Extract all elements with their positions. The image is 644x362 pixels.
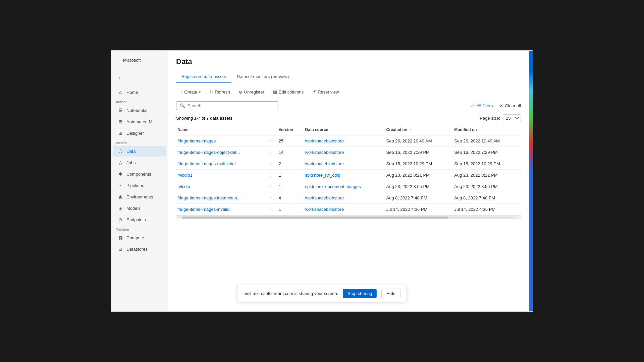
scroll-left-arrow[interactable]: ‹ — [177, 216, 181, 219]
cell-star[interactable]: ☆ — [267, 135, 277, 147]
cell-name[interactable]: fridge-items-images — [176, 135, 267, 147]
close-icon: ✕ — [499, 103, 503, 108]
cell-modified-on: Sep 26, 2022 10:49 AM — [453, 135, 521, 147]
sidebar-item-components[interactable]: ❖ Components — [113, 169, 166, 179]
models-label: Models — [126, 206, 141, 211]
cell-star[interactable]: ☆ — [267, 170, 277, 181]
tab-dataset-monitors[interactable]: Dataset monitors (preview) — [231, 71, 294, 83]
cell-datasource[interactable]: spldstore_rvl_cdip — [304, 170, 385, 181]
cell-star[interactable]: ☆ — [267, 181, 277, 192]
search-input-wrapper[interactable]: 🔍 — [176, 101, 278, 110]
edit-columns-button[interactable]: ▦ Edit columns — [269, 87, 307, 97]
star-icon[interactable]: ☆ — [269, 138, 273, 143]
refresh-button[interactable]: ↻ Refresh — [206, 87, 234, 97]
star-icon[interactable]: ☆ — [269, 207, 273, 212]
back-icon[interactable]: ← — [116, 57, 120, 63]
jobs-label: Jobs — [126, 160, 136, 165]
scroll-right-arrow[interactable]: › — [516, 216, 520, 219]
cell-created-on: Sep 26, 2022 10:49 AM — [385, 135, 453, 147]
cell-name[interactable]: rvlcdip1 — [176, 170, 267, 181]
table-scroll[interactable]: Name Version Data source Created on — [176, 125, 521, 215]
page-size-label: Page size: — [480, 116, 500, 121]
create-label: Create — [184, 89, 197, 95]
cell-datasource[interactable]: workspaceblobstore — [304, 204, 385, 215]
cell-star[interactable]: ☆ — [267, 147, 277, 158]
automated-ml-label: Automated ML — [126, 119, 155, 124]
unregister-button[interactable]: ⊘ Unregister — [235, 87, 268, 97]
col-header-created-on[interactable]: Created on ↑ — [385, 125, 453, 135]
cell-datasource[interactable]: workspaceblobstore — [304, 135, 385, 147]
sidebar-item-pipelines[interactable]: ⋯ Pipelines — [113, 180, 166, 191]
hide-button[interactable]: Hide — [381, 289, 400, 298]
cell-datasource[interactable]: workspaceblobstore — [304, 147, 385, 158]
all-filters-button[interactable]: ⧊ All filters — [468, 102, 495, 110]
sidebar-item-jobs[interactable]: △ Jobs — [113, 157, 166, 168]
cell-version: 25 — [277, 135, 304, 147]
sidebar-item-data[interactable]: ⬡ Data — [113, 146, 166, 157]
cell-name[interactable]: fridge-items-images-multilabel — [176, 158, 267, 170]
create-dropdown-icon: ▾ — [199, 90, 201, 94]
environments-icon: ◉ — [118, 194, 123, 199]
tab-registered-data-assets[interactable]: Registered data assets — [176, 71, 231, 83]
search-icon: 🔍 — [180, 103, 185, 108]
cell-star[interactable]: ☆ — [267, 204, 277, 215]
edit-columns-icon: ▦ — [273, 89, 277, 95]
cell-star[interactable]: ☆ — [267, 192, 277, 204]
sidebar-item-models[interactable]: ◈ Models — [113, 203, 166, 214]
assets-section-label: Assets — [111, 139, 168, 145]
cell-name[interactable]: rvlcdip — [176, 181, 267, 192]
cell-version: 1 — [277, 204, 304, 215]
new-button[interactable]: + — [113, 72, 166, 84]
col-header-version: Version — [277, 125, 304, 135]
clear-all-button[interactable]: ✕ Clear all — [499, 103, 521, 108]
reset-view-label: Reset view — [318, 89, 339, 95]
reset-view-button[interactable]: ↺ Reset view — [309, 87, 343, 97]
create-button[interactable]: + Create ▾ — [176, 87, 204, 97]
col-header-name[interactable]: Name — [176, 125, 267, 135]
stop-sharing-button[interactable]: Stop sharing — [343, 289, 377, 298]
star-icon[interactable]: ☆ — [269, 161, 273, 166]
cell-created-on: Aug 8, 2022 7:48 PM — [385, 192, 453, 204]
tabs-bar: Registered data assets Dataset monitors … — [168, 71, 529, 83]
search-input[interactable] — [187, 103, 275, 108]
sidebar-item-datastores[interactable]: ⊟ Datastores — [113, 244, 166, 254]
table-row: fridge-items-images-invalid ☆ 1 workspac… — [176, 204, 521, 215]
page-size-select[interactable]: 10 25 50 100 — [503, 114, 521, 122]
table-row: rvlcdip1 ☆ 1 spldstore_rvl_cdip Aug 23, … — [176, 170, 521, 181]
sidebar-item-environments[interactable]: ◉ Environments — [113, 191, 166, 202]
all-filters-label: All filters — [476, 103, 493, 108]
col-header-modified-on: Modified on — [453, 125, 521, 135]
sidebar-item-endpoints[interactable]: ⊙ Endpoints — [113, 214, 166, 225]
cell-datasource[interactable]: workspaceblobstore — [304, 158, 385, 170]
designer-label: Designer — [126, 131, 144, 136]
page-size-control: Page size: 10 25 50 100 — [480, 114, 521, 122]
horizontal-scrollbar[interactable]: ‹ › — [176, 215, 521, 219]
star-icon[interactable]: ☆ — [269, 195, 273, 200]
cell-created-on: Aug 23, 2022 3:55 PM — [385, 181, 453, 192]
sidebar-item-notebooks[interactable]: ☰ Notebooks — [113, 105, 166, 116]
star-icon[interactable]: ☆ — [269, 184, 273, 189]
col-header-datasource: Data source — [304, 125, 385, 135]
cell-datasource[interactable]: workspaceblobstore — [304, 192, 385, 204]
cell-name[interactable]: fridge-items-images-invalid — [176, 204, 267, 215]
cell-modified-on: Aug 8, 2022 7:48 PM — [453, 192, 521, 204]
sidebar-item-automated-ml[interactable]: ⚙ Automated ML — [113, 116, 166, 127]
star-icon[interactable]: ☆ — [269, 150, 273, 155]
reset-icon: ↺ — [312, 89, 316, 95]
cell-star[interactable]: ☆ — [267, 158, 277, 170]
col-header-star — [267, 125, 277, 135]
scroll-track[interactable] — [182, 217, 515, 219]
star-icon[interactable]: ☆ — [269, 173, 273, 178]
table-row: fridge-items-images ☆ 25 workspaceblobst… — [176, 135, 521, 147]
cell-created-on: Jul 14, 2022 4:36 PM — [385, 204, 453, 215]
sidebar: ← Microsoft + ⌂ Home Author ☰ Notebooks … — [111, 51, 168, 311]
cell-name[interactable]: fridge-items-images-instance-s... — [176, 192, 267, 204]
cell-version: 1 — [277, 181, 304, 192]
scroll-thumb — [182, 217, 448, 219]
cell-datasource[interactable]: spldstore_document_images — [304, 181, 385, 192]
sidebar-item-home[interactable]: ⌂ Home — [113, 87, 166, 98]
cell-version: 14 — [277, 147, 304, 158]
cell-name[interactable]: fridge-items-images-object-det... — [176, 147, 267, 158]
sidebar-item-compute[interactable]: ▦ Compute — [113, 232, 166, 243]
sidebar-item-designer[interactable]: ⊞ Designer — [113, 128, 166, 138]
